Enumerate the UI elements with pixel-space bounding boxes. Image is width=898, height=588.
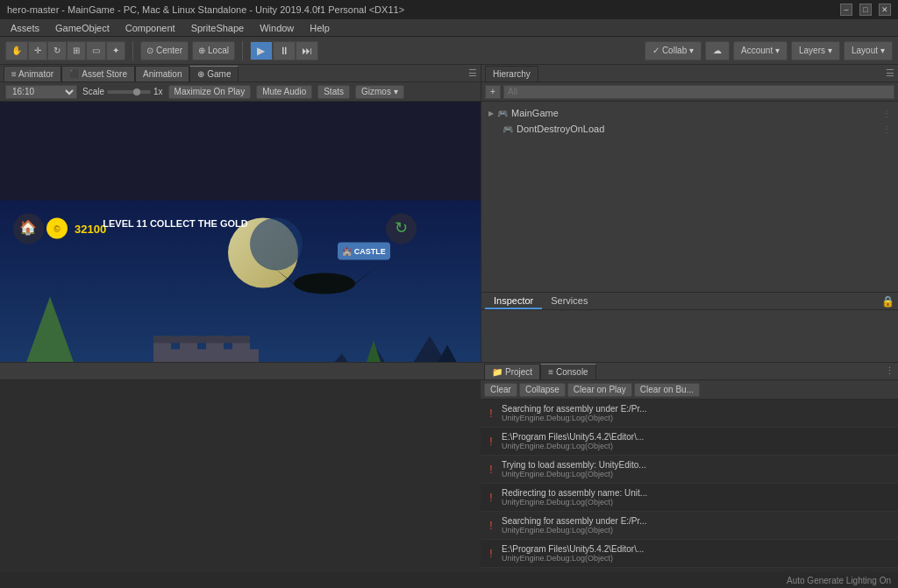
cloud-button[interactable]: ☁	[705, 41, 730, 60]
hierarchy-add-button[interactable]: +	[485, 85, 501, 99]
console-message-main: Redirecting to assembly name: Unit...	[502, 488, 894, 498]
console-message-sub: UnityEngine.Debug:Log(Object)	[502, 498, 894, 507]
mute-audio-button[interactable]: Mute Audio	[256, 85, 312, 99]
center-button[interactable]: ⊙ Center	[140, 41, 189, 60]
animator-tab[interactable]: ≡ Animator	[4, 66, 61, 81]
hierarchy-search-input[interactable]	[503, 85, 894, 99]
rotate-tool-button[interactable]: ↻	[47, 41, 67, 60]
project-tab[interactable]: 📁 Project	[484, 364, 540, 379]
svg-text:🏰 CASTLE: 🏰 CASTLE	[342, 246, 386, 257]
step-button[interactable]: ⏭	[296, 41, 318, 60]
layout-chevron-icon: ▾	[880, 46, 885, 55]
console-icon-tab: ≡	[548, 367, 553, 377]
layout-button[interactable]: Layout ▾	[844, 41, 893, 60]
console-message-sub: UnityEngine.Debug:Log(Object)	[502, 526, 894, 535]
hand-tool-button[interactable]: ✋	[5, 41, 28, 60]
menu-window[interactable]: Window	[253, 21, 301, 35]
menu-help[interactable]: Help	[303, 21, 337, 35]
titlebar-controls: – □ ✕	[840, 4, 891, 16]
toolbar-separator-1	[132, 41, 133, 60]
transform-tools-group: ✋ ✛ ↻ ⊞ ▭ ✦	[5, 41, 125, 60]
collapse-button[interactable]: Collapse	[519, 383, 566, 397]
layers-button[interactable]: Layers ▾	[791, 41, 840, 60]
bottom-panel: 📁 Project ≡ Console ⋮ Clear Collapse Cle…	[481, 362, 898, 572]
menu-assets[interactable]: Assets	[4, 21, 46, 35]
console-toolbar: Clear Collapse Clear on Play Clear on Bu…	[481, 380, 898, 400]
stats-button[interactable]: Stats	[317, 85, 350, 99]
menubar: Assets GameObject Component SpriteShape …	[0, 19, 898, 37]
inspector-header: Inspector Services 🔒	[481, 293, 898, 310]
toolbar-right: ✓ Collab ▾ ☁ Account ▾ Layers ▾ Layout ▾	[645, 41, 893, 60]
console-options-icon[interactable]: ⋮	[885, 365, 894, 377]
scale-label: Scale	[82, 87, 104, 96]
move-tool-button[interactable]: ✛	[28, 41, 47, 60]
svg-rect-19	[153, 337, 250, 344]
clear-on-build-button[interactable]: Clear on Bu...	[634, 383, 700, 397]
menu-component[interactable]: Component	[118, 21, 182, 35]
hierarchy-tab[interactable]: Hierarchy	[485, 66, 538, 81]
hierarchy-item-options-icon[interactable]: ⋮	[882, 109, 891, 118]
hierarchy-item2-options-icon[interactable]: ⋮	[882, 124, 891, 134]
inspector-lock-icon[interactable]: 🔒	[881, 295, 894, 308]
toolbar: ✋ ✛ ↻ ⊞ ▭ ✦ ⊙ Center ⊕ Local ▶ ⏸ ⏭ ✓ Col…	[0, 37, 898, 65]
hierarchy-item-maingame[interactable]: ▶ 🎮 MainGame ⋮	[481, 105, 898, 121]
maximize-button[interactable]: □	[859, 4, 872, 16]
maximize-on-play-button[interactable]: Maximize On Play	[168, 85, 252, 99]
game-tab[interactable]: ⊕ Game	[189, 66, 239, 81]
console-line[interactable]: !Trying to load assembly: UnityEdito...U…	[481, 456, 898, 484]
panel-options-icon[interactable]: ☰	[468, 67, 477, 79]
scale-slider[interactable]	[107, 90, 151, 94]
center-icon: ⊙	[146, 46, 153, 55]
aspect-ratio-select[interactable]: 16:10 Free Aspect 16:9	[5, 85, 77, 99]
title-text: hero-master - MainGame - PC, Mac & Linux…	[7, 4, 404, 15]
clear-button[interactable]: Clear	[484, 383, 517, 397]
local-icon: ⊕	[198, 46, 205, 55]
pause-button[interactable]: ⏸	[273, 41, 296, 60]
hierarchy-header: Hierarchy ☰	[481, 65, 898, 82]
clear-on-play-button[interactable]: Clear on Play	[567, 383, 632, 397]
hierarchy-item-dontdestroyonload[interactable]: 🎮 DontDestroyOnLoad ⋮	[481, 121, 898, 137]
scale-tool-button[interactable]: ⊞	[67, 41, 86, 60]
hierarchy-arrow-icon: ▶	[488, 110, 494, 117]
console-tab[interactable]: ≡ Console	[540, 364, 596, 379]
svg-text:🏠: 🏠	[19, 219, 37, 236]
game-toolbar: 16:10 Free Aspect 16:9 Scale 1x Maximize…	[0, 82, 481, 102]
svg-text:©: ©	[53, 224, 61, 234]
console-message-sub: UnityEngine.Debug:Log(Object)	[502, 442, 894, 450]
multi-tool-button[interactable]: ✦	[106, 41, 125, 60]
menu-spriteshape[interactable]: SpriteShape	[184, 21, 252, 35]
console-content: !Searching for assembly under E:/Pr...Un…	[481, 400, 898, 572]
console-line[interactable]: !Searching for assembly under E:/Pr...Un…	[481, 512, 898, 540]
gizmos-button[interactable]: Gizmos ▾	[355, 85, 404, 99]
hierarchy-options-icon[interactable]: ☰	[886, 67, 894, 79]
collab-button[interactable]: ✓ Collab ▾	[645, 41, 702, 60]
console-message-sub: UnityEngine.Debug:Log(Object)	[502, 554, 894, 563]
console-line[interactable]: !E:\Program Files\Unity5.4.2\Editor\...U…	[481, 428, 898, 456]
account-button[interactable]: Account ▾	[733, 41, 788, 60]
svg-point-2	[250, 218, 303, 271]
left-bottom-panel	[0, 362, 481, 572]
left-bottom-content	[0, 380, 481, 572]
hierarchy-toolbar: +	[481, 82, 898, 102]
menu-gameobject[interactable]: GameObject	[48, 21, 117, 35]
rect-tool-button[interactable]: ▭	[86, 41, 106, 60]
console-message-main: E:\Program Files\Unity5.4.2\Editor\...	[502, 544, 894, 554]
scale-handle	[133, 89, 140, 96]
console-line[interactable]: !Searching for assembly under E:/Pr...Un…	[481, 400, 898, 428]
minimize-button[interactable]: –	[840, 4, 852, 16]
console-line[interactable]: !E:\Program Files\Unity5.4.2\Editor\...U…	[481, 540, 898, 568]
play-button[interactable]: ▶	[250, 41, 273, 60]
animation-tab[interactable]: Animation	[135, 66, 189, 81]
playback-controls-group: ▶ ⏸ ⏭	[250, 41, 318, 60]
console-message-main: Searching for assembly under E:/Pr...	[502, 516, 894, 526]
svg-text:LEVEL 11  COLLECT THE GOLD: LEVEL 11 COLLECT THE GOLD	[103, 218, 247, 229]
close-button[interactable]: ✕	[879, 4, 891, 16]
inspector-tab[interactable]: Inspector	[485, 294, 542, 309]
services-tab[interactable]: Services	[542, 294, 596, 309]
console-message-sub: UnityEngine.Debug:Log(Object)	[502, 470, 894, 478]
scale-value: 1x	[153, 87, 163, 96]
game-tabs: ≡ Animator ⬛ Asset Store Animation ⊕ Gam…	[0, 65, 481, 82]
local-button[interactable]: ⊕ Local	[192, 41, 235, 60]
console-line[interactable]: !Redirecting to assembly name: Unit...Un…	[481, 484, 898, 512]
asset-store-tab[interactable]: ⬛ Asset Store	[61, 66, 135, 81]
